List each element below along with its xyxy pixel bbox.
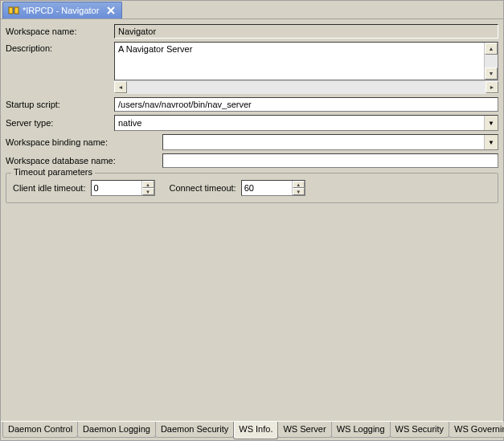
bottom-tab[interactable]: Daemon Security [155, 422, 234, 438]
form-area: Workspace name: Description: ▲ ▼ ◄ ► [1, 19, 503, 421]
scroll-down-icon[interactable]: ▼ [485, 67, 498, 80]
bottom-tabstrip: Daemon ControlDaemon LoggingDaemon Secur… [1, 421, 503, 440]
connect-timeout-label: Connect timeout: [170, 183, 236, 193]
bottom-tab[interactable]: WS Logging [331, 422, 391, 438]
startup-script-field[interactable] [114, 97, 498, 112]
svg-rect-1 [14, 7, 18, 14]
connect-timeout-stepper[interactable]: ▲ ▼ [241, 180, 305, 196]
description-box: ▲ ▼ [114, 42, 498, 80]
binding-name-label: Workspace binding name: [6, 135, 162, 149]
spin-up-icon[interactable]: ▲ [142, 181, 154, 188]
spin-down-icon[interactable]: ▼ [293, 188, 305, 195]
bottom-tab[interactable]: WS Governing [449, 422, 504, 438]
description-hscrollbar[interactable]: ◄ ► [114, 80, 498, 94]
scroll-right-icon[interactable]: ► [486, 81, 498, 93]
server-type-label: Server type: [6, 116, 114, 130]
client-idle-label: Client idle timeout: [13, 183, 86, 193]
editor-tab-title: *IRPCD - Navigator [23, 6, 99, 15]
close-icon[interactable] [105, 5, 117, 16]
bottom-tab[interactable]: Daemon Logging [77, 422, 156, 438]
scroll-up-icon[interactable]: ▲ [485, 43, 498, 55]
description-vscrollbar[interactable]: ▲ ▼ [484, 43, 498, 80]
editor-tab-icon [8, 5, 19, 16]
scroll-left-icon[interactable]: ◄ [114, 81, 127, 93]
chevron-down-icon[interactable]: ▼ [484, 135, 498, 149]
server-type-select[interactable]: native ▼ [114, 115, 498, 131]
spin-up-icon[interactable]: ▲ [293, 181, 305, 188]
workspace-name-label: Workspace name: [6, 24, 114, 39]
timeout-legend: Timeout parameters [11, 167, 95, 177]
client-idle-input[interactable] [92, 181, 141, 195]
database-name-label: Workspace database name: [6, 153, 162, 168]
startup-script-label: Startup script: [6, 97, 114, 112]
description-field[interactable] [115, 43, 484, 80]
connect-timeout-input[interactable] [242, 181, 292, 195]
client-idle-stepper[interactable]: ▲ ▼ [91, 180, 155, 196]
top-tabstrip: *IRPCD - Navigator [1, 1, 503, 19]
database-name-field[interactable] [162, 153, 498, 168]
spin-down-icon[interactable]: ▼ [142, 188, 154, 195]
binding-name-select[interactable]: ▼ [162, 134, 498, 150]
timeout-fieldset: Timeout parameters Client idle timeout: … [6, 173, 498, 203]
bottom-tab[interactable]: WS Info. [233, 422, 278, 439]
bottom-tab[interactable]: WS Security [390, 422, 450, 438]
bottom-tab[interactable]: Daemon Control [2, 422, 78, 438]
bottom-tab[interactable]: WS Server [277, 422, 331, 438]
svg-rect-0 [9, 7, 13, 14]
editor-window: *IRPCD - Navigator Workspace name: Descr… [0, 0, 504, 441]
workspace-name-field [114, 24, 498, 39]
chevron-down-icon[interactable]: ▼ [484, 116, 498, 130]
server-type-value: native [115, 118, 484, 128]
description-label: Description: [6, 42, 114, 55]
editor-tab[interactable]: *IRPCD - Navigator [2, 2, 122, 18]
